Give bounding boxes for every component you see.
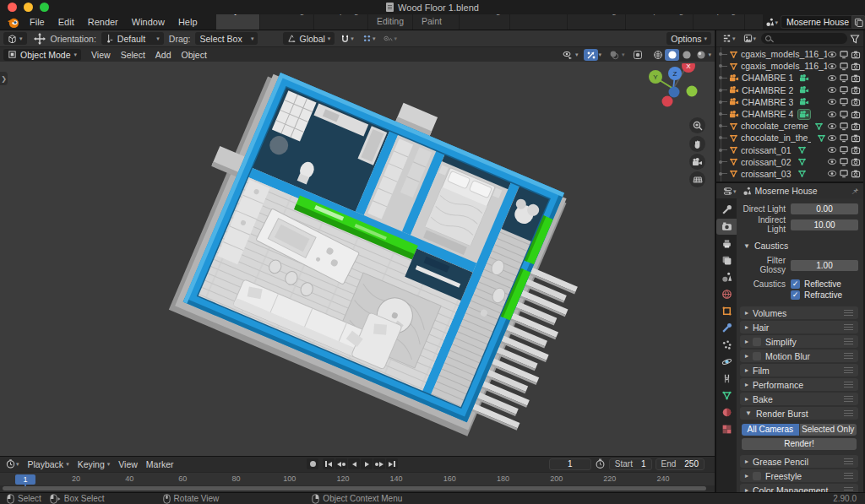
object-name[interactable]: CHAMBRE 2 bbox=[742, 85, 793, 95]
field-value[interactable]: 10.00 bbox=[791, 219, 858, 230]
scene-browse-button[interactable]: ▾ bbox=[763, 15, 781, 29]
outliner-row[interactable]: CHAMBRE 2 bbox=[716, 84, 863, 96]
panel-color-management[interactable]: ▸Color Management bbox=[740, 484, 858, 492]
panel-hair[interactable]: ▸Hair bbox=[740, 321, 858, 333]
disable-in-viewports-toggle[interactable] bbox=[839, 73, 849, 83]
panel-freestyle[interactable]: ▸Freestyle bbox=[740, 469, 858, 482]
perspective-toggle-button[interactable] bbox=[689, 171, 705, 187]
timeline-ruler[interactable]: 1 20406080100120140160180200220240 bbox=[0, 472, 715, 486]
mode-dropdown[interactable]: Object Mode ▾ bbox=[3, 49, 81, 61]
outliner-row[interactable]: CHAMBRE 1 bbox=[716, 72, 863, 84]
menu-file[interactable]: File bbox=[23, 14, 52, 30]
new-scene-button[interactable] bbox=[851, 15, 865, 29]
disable-in-viewports-toggle[interactable] bbox=[839, 157, 849, 166]
properties-tab-modifiers[interactable] bbox=[716, 320, 737, 336]
filter-icon[interactable] bbox=[850, 34, 860, 44]
panel-motion-blur[interactable]: ▸Motion Blur bbox=[740, 350, 858, 362]
outliner-row[interactable]: croissant_02 bbox=[716, 156, 863, 168]
disable-in-viewports-toggle[interactable] bbox=[839, 122, 849, 131]
properties-tab-data[interactable] bbox=[716, 387, 737, 404]
disable-in-renders-toggle[interactable] bbox=[851, 85, 861, 95]
toolbar-expand-icon[interactable]: ❯ bbox=[0, 72, 8, 85]
panel-bake[interactable]: ▸Bake bbox=[740, 393, 858, 405]
checkbox-refractive[interactable]: ✓ bbox=[791, 290, 800, 300]
properties-tab-scene[interactable] bbox=[716, 269, 737, 285]
properties-tab-render[interactable] bbox=[716, 219, 737, 235]
end-frame-field[interactable]: End250 bbox=[656, 458, 705, 470]
properties-tab-view-layer[interactable] bbox=[716, 252, 737, 268]
drag-grip-icon[interactable] bbox=[844, 324, 853, 330]
chevron-down-icon[interactable]: ▾ bbox=[598, 51, 601, 57]
disable-in-renders-toggle[interactable] bbox=[851, 50, 861, 59]
hide-in-viewport-toggle[interactable] bbox=[827, 50, 837, 59]
drag-grip-icon[interactable] bbox=[844, 396, 853, 402]
mesh-data-icon[interactable] bbox=[813, 122, 824, 131]
disable-in-renders-toggle[interactable] bbox=[851, 122, 861, 131]
pan-button[interactable] bbox=[689, 136, 705, 152]
camera-data-icon[interactable] bbox=[798, 97, 810, 106]
hide-in-viewport-toggle[interactable] bbox=[827, 62, 837, 71]
panel-checkbox[interactable] bbox=[753, 472, 761, 480]
record-button[interactable] bbox=[307, 458, 318, 469]
timeline-menu-playback[interactable]: Playback ▾ bbox=[24, 459, 73, 469]
outliner-row[interactable]: CHAMBRE 3 bbox=[716, 96, 863, 108]
outliner-id-type-dropdown[interactable]: ▾ bbox=[741, 32, 759, 46]
timeline-menu-view[interactable]: View bbox=[114, 459, 142, 469]
all-cameras-button[interactable]: All Cameras bbox=[742, 424, 799, 436]
next-keyframe-button[interactable] bbox=[373, 458, 385, 469]
menu-help[interactable]: Help bbox=[171, 14, 204, 30]
viewport-menu-add[interactable]: Add bbox=[150, 49, 177, 61]
panel-volumes[interactable]: ▸Volumes bbox=[740, 306, 858, 319]
hide-in-viewport-toggle[interactable] bbox=[827, 122, 837, 131]
proportional-editing-dropdown[interactable]: ▾ bbox=[360, 32, 378, 46]
current-frame-field[interactable]: 1 bbox=[549, 458, 591, 470]
hide-in-viewport-toggle[interactable] bbox=[827, 97, 837, 106]
panel-grease-pencil[interactable]: ▸Grease Pencil bbox=[740, 455, 858, 468]
start-frame-field[interactable]: Start1 bbox=[609, 458, 652, 470]
disable-in-renders-toggle[interactable] bbox=[851, 62, 861, 71]
gizmo-toggle-icon[interactable] bbox=[584, 49, 598, 61]
disable-in-renders-toggle[interactable] bbox=[851, 145, 861, 154]
object-name[interactable]: chocolate_in_the_jar bbox=[741, 133, 811, 143]
camera-data-icon[interactable] bbox=[798, 73, 810, 83]
menu-render[interactable]: Render bbox=[81, 14, 125, 30]
pin-icon[interactable]: 📌︎ bbox=[851, 187, 859, 196]
camera-view-button[interactable] bbox=[689, 154, 705, 170]
object-name[interactable]: cgaxis_models_116_19_ob bbox=[741, 61, 827, 71]
panel-performance[interactable]: ▸Performance bbox=[740, 378, 858, 391]
object-name[interactable]: CHAMBRE 3 bbox=[742, 97, 793, 107]
object-name[interactable]: CHAMBRE 4 bbox=[742, 109, 793, 119]
mesh-data-icon[interactable] bbox=[816, 133, 827, 143]
jump-end-button[interactable] bbox=[386, 458, 398, 469]
drag-grip-icon[interactable] bbox=[844, 310, 853, 316]
mesh-data-icon[interactable] bbox=[797, 145, 808, 154]
outliner-row[interactable]: cgaxis_models_116_19_ob bbox=[716, 60, 863, 72]
hide-in-viewport-toggle[interactable] bbox=[827, 133, 837, 143]
scene-name-field[interactable]: Moserne House bbox=[781, 15, 851, 29]
outliner-row[interactable]: CHAMBRE 4 bbox=[716, 108, 863, 120]
menu-window[interactable]: Window bbox=[125, 14, 171, 30]
outliner-row[interactable]: croissant_01 bbox=[716, 144, 863, 156]
drag-grip-icon[interactable] bbox=[844, 367, 853, 373]
timeline-menu-keying[interactable]: Keying ▾ bbox=[73, 459, 115, 469]
mesh-data-icon[interactable] bbox=[797, 157, 808, 166]
viewport-3d[interactable]: ❯ Y Z X bbox=[0, 62, 715, 456]
hide-in-viewport-toggle[interactable] bbox=[827, 145, 837, 154]
outliner-search-input[interactable] bbox=[761, 33, 847, 44]
hide-in-viewport-toggle[interactable] bbox=[827, 85, 837, 95]
outliner-row[interactable]: croissant_03 bbox=[716, 168, 863, 180]
timeline-scrollbar[interactable] bbox=[0, 485, 715, 492]
object-name[interactable]: chocolate_creme bbox=[741, 121, 808, 131]
chevron-down-icon[interactable]: ▾ bbox=[708, 51, 711, 57]
properties-editor-dropdown[interactable]: ▾ bbox=[721, 184, 739, 198]
object-name[interactable]: croissant_01 bbox=[741, 145, 792, 155]
hide-in-viewport-toggle[interactable] bbox=[827, 110, 837, 119]
playhead[interactable]: 1 bbox=[15, 474, 35, 485]
properties-tab-constraints[interactable] bbox=[716, 371, 737, 387]
disable-in-renders-toggle[interactable] bbox=[851, 157, 861, 166]
camera-data-icon[interactable] bbox=[798, 85, 810, 95]
xray-toggle-icon[interactable] bbox=[630, 49, 645, 61]
object-name[interactable]: cgaxis_models_116_10_ob bbox=[741, 49, 827, 59]
menu-edit[interactable]: Edit bbox=[52, 14, 81, 30]
drag-grip-icon[interactable] bbox=[844, 458, 853, 464]
